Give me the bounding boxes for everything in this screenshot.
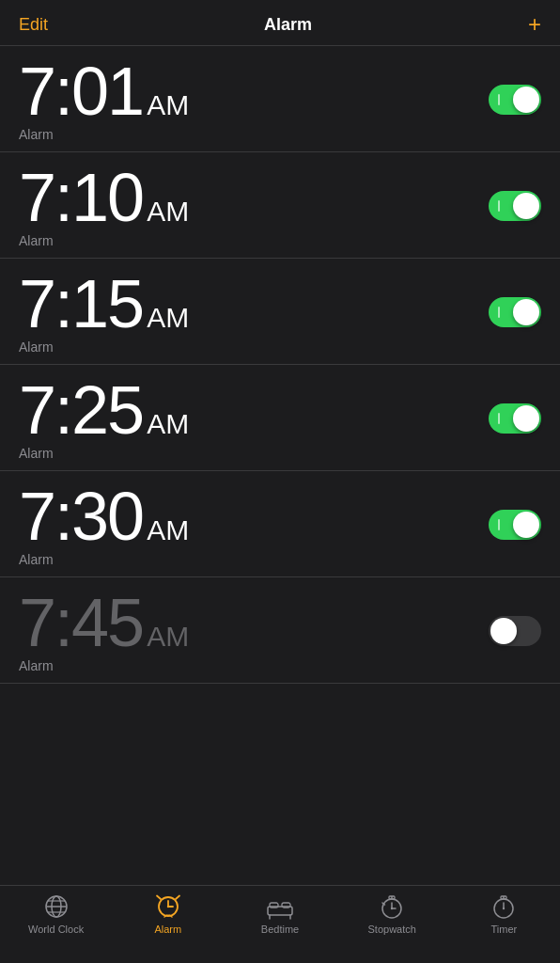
toggle-pipe-1 [498,94,500,105]
toggle-knob-6 [490,618,517,644]
bedtime-icon [267,893,293,920]
alarm-period-1: AM [147,91,189,119]
alarm-label: Alarm [154,924,181,935]
alarm-toggle-3[interactable] [489,297,541,327]
stopwatch-icon [379,893,405,920]
toggle-pipe-4 [498,413,500,424]
globe-icon [43,893,70,920]
alarm-item-6[interactable]: 7:45 AM Alarm [0,577,560,684]
alarm-label-3: Alarm [19,339,189,355]
alarm-time-display-5: 7:30 AM [19,482,189,550]
alarm-toggle-2[interactable] [489,191,541,221]
alarm-time-display-1: 7:01 AM [19,57,189,125]
header: Edit Alarm + [0,0,560,46]
alarm-info-4: 7:25 AM Alarm [19,376,189,461]
alarm-label-4: Alarm [19,446,189,461]
svg-line-9 [176,896,179,900]
alarm-hour-6: 7:45 [19,589,143,656]
alarm-time-display-4: 7:25 AM [19,376,189,444]
svg-point-24 [391,908,393,909]
tab-bedtime[interactable]: Bedtime [224,893,335,935]
alarm-icon [155,893,181,920]
svg-point-12 [167,906,169,908]
alarm-period-2: AM [147,197,189,226]
alarm-info-5: 7:30 AM Alarm [19,482,189,567]
world-clock-label: World Clock [28,924,84,935]
tab-bar: World Clock Alarm [0,885,560,963]
bedtime-label: Bedtime [261,924,299,935]
alarm-item-1[interactable]: 7:01 AM Alarm [0,46,560,152]
alarm-time-display-6: 7:45 AM [19,589,189,656]
edit-button[interactable]: Edit [19,15,48,35]
toggle-knob-4 [513,405,539,432]
toggle-knob-3 [513,299,539,325]
tab-world-clock[interactable]: World Clock [0,893,112,935]
timer-label: Timer [491,924,518,935]
alarm-toggle-1[interactable] [489,85,541,115]
toggle-knob-5 [513,512,539,538]
alarm-item-5[interactable]: 7:30 AM Alarm [0,471,560,577]
alarm-label-6: Alarm [19,658,189,673]
alarm-info-1: 7:01 AM Alarm [19,57,189,142]
alarm-item-3[interactable]: 7:15 AM Alarm [0,259,560,365]
alarm-toggle-4[interactable] [489,403,541,434]
alarm-info-2: 7:10 AM Alarm [19,164,189,248]
alarm-period-4: AM [147,410,189,438]
svg-point-29 [503,908,505,909]
alarm-label-1: Alarm [19,127,189,142]
alarm-hour-1: 7:01 [19,57,143,125]
alarm-period-5: AM [147,516,189,545]
alarm-toggle-6[interactable] [489,616,541,646]
stopwatch-label: Stopwatch [368,924,416,935]
alarm-hour-3: 7:15 [19,270,143,338]
alarm-time-display-2: 7:10 AM [19,164,189,231]
timer-icon [490,893,517,920]
alarm-item-2[interactable]: 7:10 AM Alarm [0,152,560,259]
alarm-period-3: AM [147,304,189,332]
toggle-pipe-3 [498,307,500,318]
toggle-knob-1 [513,87,539,113]
svg-line-8 [157,896,161,900]
alarm-info-6: 7:45 AM Alarm [19,589,189,673]
toggle-pipe-5 [498,519,500,530]
alarm-time-display-3: 7:15 AM [19,270,189,338]
tab-alarm[interactable]: Alarm [112,893,224,935]
alarm-list: 7:01 AM Alarm 7:10 AM Alarm [0,46,560,885]
alarm-label-2: Alarm [19,233,189,248]
alarm-hour-5: 7:30 [19,482,143,550]
toggle-knob-2 [513,193,539,219]
alarm-label-5: Alarm [19,552,189,567]
tab-timer[interactable]: Timer [448,893,560,935]
alarm-toggle-5[interactable] [489,510,541,540]
alarm-info-3: 7:15 AM Alarm [19,270,189,355]
alarm-hour-2: 7:10 [19,164,143,231]
alarm-period-6: AM [147,623,189,651]
alarm-item-4[interactable]: 7:25 AM Alarm [0,365,560,471]
tab-stopwatch[interactable]: Stopwatch [336,893,448,935]
page-title: Alarm [264,15,312,35]
toggle-pipe-2 [498,200,500,212]
add-alarm-button[interactable]: + [528,13,541,36]
alarm-hour-4: 7:25 [19,376,143,444]
